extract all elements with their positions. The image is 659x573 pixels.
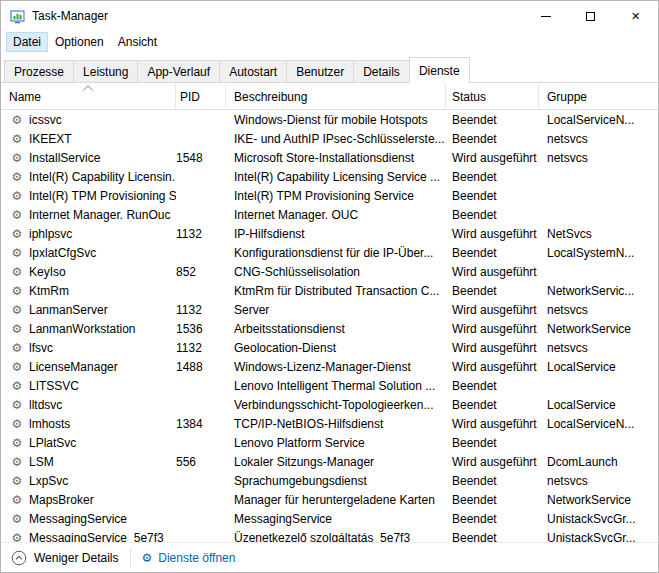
service-name-label: LicenseManager [29, 360, 118, 374]
service-description: Internet Manager. OUC [226, 208, 446, 222]
table-row[interactable]: ⚙LanmanServer1132ServerWird ausgeführtne… [1, 300, 658, 319]
column-header-beschreibung[interactable]: Beschreibung [226, 83, 446, 109]
sort-ascending-icon [83, 85, 94, 91]
service-gear-icon: ⚙ [10, 418, 24, 430]
service-gear-icon: ⚙ [10, 456, 24, 468]
maximize-button[interactable] [568, 1, 613, 31]
table-row[interactable]: ⚙icssvcWindows-Dienst für mobile Hotspot… [1, 110, 658, 129]
service-gear-icon: ⚙ [10, 361, 24, 373]
menu-item-datei[interactable]: Datei [6, 32, 48, 52]
tab-app-verlauf[interactable]: App-Verlauf [137, 60, 220, 82]
service-status: Beendet [446, 170, 539, 184]
table-row[interactable]: ⚙Internet Manager. RunOucInternet Manage… [1, 205, 658, 224]
task-manager-window: Task-Manager ✕ DateiOptionenAnsicht Proz… [0, 0, 659, 573]
service-description: Geolocation-Dienst [226, 341, 446, 355]
service-status: Beendet [446, 531, 539, 543]
minimize-button[interactable] [523, 1, 568, 31]
service-group: NetworkService [539, 322, 658, 336]
tab-dienste[interactable]: Dienste [409, 57, 470, 83]
table-row[interactable]: ⚙lfsvc1132Geolocation-DienstWird ausgefü… [1, 338, 658, 357]
service-description: Server [226, 303, 446, 317]
column-header-label: Beschreibung [234, 90, 307, 104]
service-group: NetworkServic... [539, 284, 658, 298]
table-row[interactable]: ⚙MessagingService_5e7f3Üzenetkezelő szol… [1, 528, 658, 542]
chevron-up-circle-icon [11, 550, 27, 566]
table-row[interactable]: ⚙LSM556Lokaler Sitzungs-ManagerWird ausg… [1, 452, 658, 471]
tab-details[interactable]: Details [353, 60, 410, 82]
service-pid: 1132 [176, 303, 226, 317]
tab-autostart[interactable]: Autostart [219, 60, 287, 82]
column-header-gruppe[interactable]: Gruppe [539, 83, 658, 109]
service-group: LocalService [539, 398, 658, 412]
table-row[interactable]: ⚙MapsBrokerManager für heruntergeladene … [1, 490, 658, 509]
table-row[interactable]: ⚙lmhosts1384TCP/IP-NetBIOS-HilfsdienstWi… [1, 414, 658, 433]
table-row[interactable]: ⚙LanmanWorkstation1536Arbeitsstationsdie… [1, 319, 658, 338]
column-header-pid[interactable]: PID [176, 83, 226, 109]
service-description: IP-Hilfsdienst [226, 227, 446, 241]
menu-item-optionen[interactable]: Optionen [48, 32, 111, 52]
service-gear-icon: ⚙ [10, 266, 24, 278]
service-status: Beendet [446, 208, 539, 222]
table-row[interactable]: ⚙MessagingServiceMessagingServiceBeendet… [1, 509, 658, 528]
service-name-label: MessagingService [29, 512, 127, 526]
table-row[interactable]: ⚙KtmRmKtmRm für Distributed Transaction … [1, 281, 658, 300]
table-row[interactable]: ⚙Intel(R) Capability Licensin...Intel(R)… [1, 167, 658, 186]
service-name-label: lmhosts [29, 417, 70, 431]
service-gear-icon: ⚙ [10, 475, 24, 487]
service-group: LocalServiceN... [539, 417, 658, 431]
table-row[interactable]: ⚙IpxlatCfgSvcKonfigurationsdienst für di… [1, 243, 658, 262]
table-row[interactable]: ⚙lltdsvcVerbindungsschicht-Topologieerke… [1, 395, 658, 414]
service-status: Wird ausgeführt [446, 455, 539, 469]
service-gear-icon: ⚙ [10, 304, 24, 316]
service-name-label: IpxlatCfgSvc [29, 246, 96, 260]
service-description: KtmRm für Distributed Transaction C... [226, 284, 446, 298]
service-status: Wird ausgeführt [446, 322, 539, 336]
service-description: CNG-Schlüsselisolation [226, 265, 446, 279]
app-icon [10, 9, 25, 24]
service-gear-icon: ⚙ [10, 380, 24, 392]
service-description: Intel(R) Capability Licensing Service ..… [226, 170, 446, 184]
window-title: Task-Manager [32, 9, 108, 23]
service-name-label: InstallService [29, 151, 100, 165]
service-status: Wird ausgeführt [446, 303, 539, 317]
service-pid: 1548 [176, 151, 226, 165]
table-row[interactable]: ⚙LicenseManager1488Windows-Lizenz-Manage… [1, 357, 658, 376]
service-name-label: Intel(R) TPM Provisioning S... [29, 189, 176, 203]
table-row[interactable]: ⚙IKEEXTIKE- und AuthIP IPsec-Schlüsseler… [1, 129, 658, 148]
tab-benutzer[interactable]: Benutzer [286, 60, 354, 82]
minimize-icon [541, 16, 551, 17]
table-row[interactable]: ⚙iphlpsvc1132IP-HilfsdienstWird ausgefüh… [1, 224, 658, 243]
service-gear-icon: ⚙ [10, 285, 24, 297]
table-row[interactable]: ⚙Intel(R) TPM Provisioning S...Intel(R) … [1, 186, 658, 205]
service-status: Beendet [446, 132, 539, 146]
table-header: NamePIDBeschreibungStatusGruppe [1, 83, 658, 110]
tab-prozesse[interactable]: Prozesse [4, 60, 74, 82]
service-pid: 1132 [176, 341, 226, 355]
table-row[interactable]: ⚙LPlatSvcLenovo Platform ServiceBeendet [1, 433, 658, 452]
open-services-link[interactable]: ⚙ Dienste öffnen [141, 551, 235, 565]
service-status: Beendet [446, 512, 539, 526]
table-row[interactable]: ⚙KeyIso852CNG-SchlüsselisolationWird aus… [1, 262, 658, 281]
details-toggle-button[interactable]: Weniger Details [11, 550, 118, 566]
service-name-label: KeyIso [29, 265, 66, 279]
table-row[interactable]: ⚙LITSSVCLenovo Intelligent Thermal Solut… [1, 376, 658, 395]
service-gear-icon: ⚙ [10, 532, 24, 543]
service-gear-icon: ⚙ [10, 133, 24, 145]
service-name-label: icssvc [29, 113, 62, 127]
table-row[interactable]: ⚙InstallService1548Microsoft Store-Insta… [1, 148, 658, 167]
maximize-icon [586, 12, 595, 21]
service-status: Wird ausgeführt [446, 265, 539, 279]
column-header-status[interactable]: Status [446, 83, 539, 109]
close-button[interactable]: ✕ [613, 1, 658, 31]
table-row[interactable]: ⚙LxpSvcSprachumgebungsdienstBeendetnetsv… [1, 471, 658, 490]
column-header-name[interactable]: Name [1, 83, 176, 109]
service-gear-icon: ⚙ [10, 513, 24, 525]
service-description: Windows-Dienst für mobile Hotspots [226, 113, 446, 127]
service-group: NetSvcs [539, 227, 658, 241]
menu-item-ansicht[interactable]: Ansicht [111, 32, 164, 52]
service-status: Beendet [446, 379, 539, 393]
service-status: Wird ausgeführt [446, 227, 539, 241]
service-group: LocalServiceN... [539, 113, 658, 127]
tab-leistung[interactable]: Leistung [73, 60, 138, 82]
service-pid: 852 [176, 265, 226, 279]
